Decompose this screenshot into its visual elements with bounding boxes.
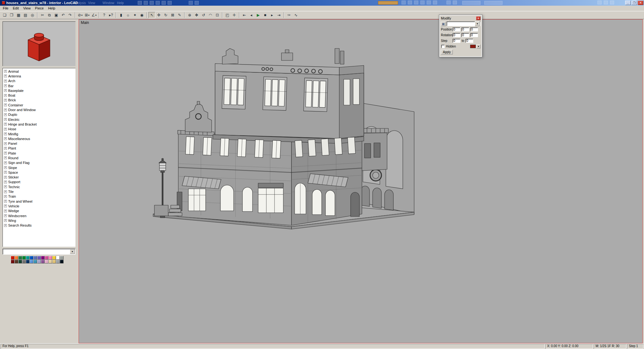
redo-button[interactable]: ↷ [67, 12, 74, 18]
tree-item-search-results[interactable]: +Search Results [3, 223, 75, 228]
point-light-tool[interactable]: ☼ [125, 12, 131, 18]
tree-item-baseplate[interactable]: +Baseplate [3, 88, 75, 93]
tree-item-windscreen[interactable]: +Windscreen [3, 213, 75, 218]
menu-help[interactable]: Help [46, 6, 58, 11]
expand-icon[interactable]: + [4, 171, 7, 174]
play-button[interactable]: ▶ [255, 12, 262, 18]
expand-icon[interactable]: + [4, 142, 7, 145]
expand-icon[interactable]: + [4, 132, 7, 135]
menu-view[interactable]: View [21, 6, 33, 11]
piece-select-dropdown-icon[interactable]: ▾ [475, 21, 480, 26]
expand-icon[interactable]: + [4, 94, 7, 97]
viewport[interactable]: Main [79, 19, 643, 343]
lock-combo[interactable]: ⊘▾ [77, 12, 84, 18]
step-from-field[interactable] [452, 39, 460, 43]
expand-icon[interactable]: + [4, 123, 7, 126]
color-swatch-1-1[interactable] [14, 260, 18, 263]
tree-item-hinge-and-bracket[interactable]: +Hinge and Bracket [3, 122, 75, 127]
context-help-button[interactable]: ▸? [108, 12, 114, 18]
tree-item-tyre-and-wheel[interactable]: +Tyre and Wheel [3, 199, 75, 204]
open-button[interactable]: ❐ [8, 12, 15, 18]
color-swatch-0-1[interactable] [14, 256, 18, 260]
expand-icon[interactable]: + [4, 89, 7, 92]
color-swatch-0-12[interactable] [56, 256, 60, 260]
expand-icon[interactable]: + [4, 161, 7, 164]
zoom-region-tool[interactable]: ⊡ [214, 12, 221, 18]
tree-item-minifig[interactable]: +Minifig [3, 132, 75, 136]
step-to-field[interactable] [465, 39, 473, 43]
color-swatch-1-11[interactable] [52, 260, 56, 263]
color-swatch-1-10[interactable] [48, 260, 52, 263]
zoom-tool[interactable]: ⊕ [186, 12, 193, 18]
color-swatch-0-7[interactable] [37, 256, 41, 260]
piece-search-combo[interactable]: ▾ [3, 249, 75, 255]
position-y-field[interactable] [461, 27, 469, 31]
color-swatch-1-2[interactable] [18, 260, 22, 263]
tree-item-hose[interactable]: +Hose [3, 127, 75, 132]
first-step-button[interactable]: ⇤ [241, 12, 248, 18]
expand-icon[interactable]: + [4, 99, 7, 102]
color-swatch-0-4[interactable] [26, 256, 30, 260]
tree-item-duplo[interactable]: +Duplo [3, 112, 75, 117]
expand-icon[interactable]: + [4, 80, 7, 82]
color-swatch-1-3[interactable] [22, 260, 26, 263]
select-tool[interactable]: ↖ [148, 12, 155, 18]
expand-icon[interactable]: + [4, 84, 7, 87]
menu-file[interactable]: File [1, 6, 11, 11]
apply-button[interactable]: Apply [441, 50, 453, 54]
close-button[interactable]: ✕ [638, 1, 643, 5]
zoom-extents-button[interactable]: ◰ [224, 12, 231, 18]
color-dropdown-button[interactable]: ▾ [476, 44, 480, 48]
expand-icon[interactable]: + [4, 166, 7, 169]
color-swatch-0-13[interactable] [60, 256, 64, 260]
color-swatch-1-5[interactable] [30, 260, 33, 263]
rotation-x-field[interactable] [452, 33, 460, 37]
tree-item-container[interactable]: +Container [3, 103, 75, 107]
color-swatch-0-3[interactable] [22, 256, 26, 260]
color-swatch-0-11[interactable] [52, 256, 56, 260]
expand-icon[interactable]: + [4, 156, 7, 159]
last-step-button[interactable]: ⇥ [275, 12, 282, 18]
color-swatch-1-13[interactable] [60, 260, 64, 263]
roll-tool[interactable]: ◠ [207, 12, 214, 18]
tree-item-technic[interactable]: +Technic [3, 184, 75, 189]
snap-move-combo[interactable]: ⊞▾ [84, 12, 91, 18]
expand-icon[interactable]: + [4, 195, 7, 198]
insert-piece-tool[interactable]: ▮ [118, 12, 125, 18]
color-swatch[interactable] [470, 45, 476, 48]
color-swatch-0-9[interactable] [45, 256, 48, 260]
expand-icon[interactable]: + [4, 147, 7, 150]
save-button[interactable]: ▦ [15, 12, 22, 18]
tree-item-round[interactable]: +Round [3, 155, 75, 160]
hidden-checkbox[interactable] [441, 45, 445, 48]
expand-icon[interactable]: + [4, 113, 7, 116]
tree-item-electric[interactable]: +Electric [3, 117, 75, 122]
tree-item-panel[interactable]: +Panel [3, 141, 75, 146]
position-z-field[interactable] [470, 27, 478, 31]
move-tool[interactable]: ✜ [155, 12, 162, 18]
animation-mode-button[interactable]: ∿ [292, 12, 299, 18]
add-keyframe-button[interactable]: ✑ [286, 12, 292, 18]
rotation-y-field[interactable] [461, 33, 469, 37]
color-swatch-1-4[interactable] [26, 260, 30, 263]
piece-preview[interactable] [3, 21, 75, 66]
expand-icon[interactable]: + [4, 137, 7, 140]
expand-icon[interactable]: + [4, 205, 7, 207]
tree-item-vehicle[interactable]: +Vehicle [3, 204, 75, 208]
expand-icon[interactable]: + [4, 190, 7, 193]
snap-angle-combo[interactable]: ∠▾ [91, 12, 97, 18]
about-button[interactable]: ? [101, 12, 108, 18]
expand-icon[interactable]: + [4, 219, 7, 222]
rotation-z-field[interactable] [470, 33, 478, 37]
menu-piece[interactable]: Piece [33, 6, 46, 11]
color-swatch-1-9[interactable] [45, 260, 48, 263]
print-button[interactable]: ▤ [22, 12, 29, 18]
expand-icon[interactable]: + [4, 118, 7, 121]
camera-tool[interactable]: ◉ [138, 12, 145, 18]
paste-button[interactable]: ▣ [53, 12, 60, 18]
expand-icon[interactable]: + [4, 109, 7, 111]
color-swatch-0-2[interactable] [18, 256, 22, 260]
tree-item-space[interactable]: +Space [3, 170, 75, 175]
expand-icon[interactable]: + [4, 200, 7, 203]
tree-item-train[interactable]: +Train [3, 194, 75, 199]
